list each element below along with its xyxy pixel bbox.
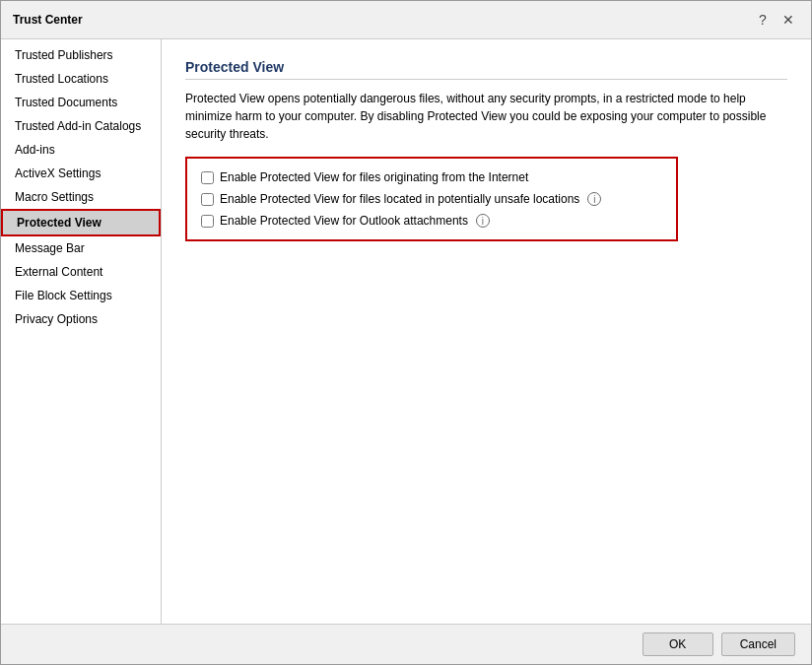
cb-outlook-label: Enable Protected View for Outlook attach…	[220, 214, 468, 228]
cb-unsafe-locations[interactable]	[201, 193, 214, 206]
close-button[interactable]: ✕	[778, 9, 799, 31]
description-line3: security threats.	[185, 127, 269, 141]
checkbox-row-cb-outlook: Enable Protected View for Outlook attach…	[201, 214, 662, 228]
title-bar-left: Trust Center	[13, 13, 83, 27]
cb-internet[interactable]	[201, 171, 214, 184]
checkbox-row-cb-internet: Enable Protected View for files originat…	[201, 170, 662, 184]
cancel-button[interactable]: Cancel	[721, 632, 795, 656]
sidebar-item-protected-view[interactable]: Protected View	[1, 209, 161, 236]
help-button[interactable]: ?	[752, 9, 774, 31]
cb-outlook[interactable]	[201, 215, 214, 228]
sidebar-item-external-content[interactable]: External Content	[1, 260, 161, 284]
sidebar-item-activex-settings[interactable]: ActiveX Settings	[1, 162, 161, 185]
cb-unsafe-locations-info-icon[interactable]: i	[587, 192, 601, 206]
options-box: Enable Protected View for files originat…	[185, 157, 678, 241]
sidebar-item-trusted-add-in-catalogs[interactable]: Trusted Add-in Catalogs	[1, 114, 161, 138]
sidebar-item-privacy-options[interactable]: Privacy Options	[1, 307, 161, 331]
sidebar-item-trusted-documents[interactable]: Trusted Documents	[1, 91, 161, 114]
dialog-footer: OK Cancel	[1, 624, 811, 664]
sidebar-item-trusted-publishers[interactable]: Trusted Publishers	[1, 43, 161, 67]
description-line1: Protected View opens potentially dangero…	[185, 92, 746, 105]
sidebar: Trusted PublishersTrusted LocationsTrust…	[1, 39, 162, 624]
description: Protected View opens potentially dangero…	[185, 90, 787, 143]
title-bar: Trust Center ? ✕	[1, 1, 811, 39]
dialog-title: Trust Center	[13, 13, 83, 27]
title-bar-right: ? ✕	[752, 9, 799, 31]
trust-center-dialog: Trust Center ? ✕ Trusted PublishersTrust…	[0, 0, 812, 665]
checkbox-row-cb-unsafe-locations: Enable Protected View for files located …	[201, 192, 662, 206]
cb-internet-label: Enable Protected View for files originat…	[220, 170, 528, 184]
sidebar-item-file-block-settings[interactable]: File Block Settings	[1, 284, 161, 307]
section-title: Protected View	[185, 59, 787, 80]
description-line2: minimize harm to your computer. By disab…	[185, 109, 766, 123]
sidebar-item-message-bar[interactable]: Message Bar	[1, 236, 161, 260]
cb-outlook-info-icon[interactable]: i	[476, 214, 490, 228]
dialog-body: Trusted PublishersTrusted LocationsTrust…	[1, 39, 811, 624]
sidebar-item-trusted-locations[interactable]: Trusted Locations	[1, 67, 161, 91]
cb-unsafe-locations-label: Enable Protected View for files located …	[220, 192, 579, 206]
sidebar-item-macro-settings[interactable]: Macro Settings	[1, 185, 161, 209]
ok-button[interactable]: OK	[643, 632, 713, 656]
main-panel: Protected View Protected View opens pote…	[162, 39, 811, 624]
sidebar-item-add-ins[interactable]: Add-ins	[1, 138, 161, 162]
